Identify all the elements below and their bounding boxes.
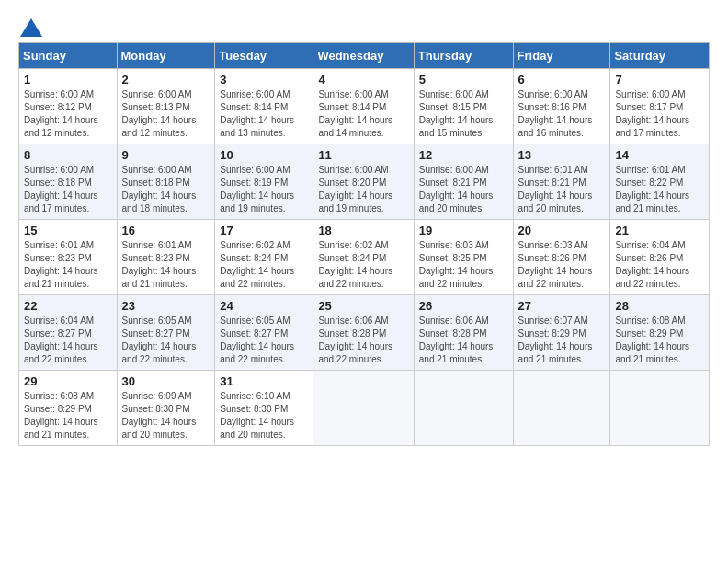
calendar-cell: 22Sunrise: 6:04 AM Sunset: 8:27 PM Dayli… — [19, 295, 118, 371]
day-number: 27 — [518, 299, 606, 313]
day-number: 14 — [615, 148, 704, 162]
day-number: 28 — [615, 299, 704, 313]
calendar-cell — [513, 371, 610, 446]
calendar-cell: 15Sunrise: 6:01 AM Sunset: 8:23 PM Dayli… — [19, 220, 118, 295]
calendar-table: SundayMondayTuesdayWednesdayThursdayFrid… — [18, 42, 710, 446]
weekday-header-thursday: Thursday — [414, 43, 513, 69]
day-info: Sunrise: 6:00 AM Sunset: 8:14 PM Dayligh… — [220, 88, 308, 140]
calendar-cell: 4Sunrise: 6:00 AM Sunset: 8:14 PM Daylig… — [313, 69, 414, 144]
calendar-week-2: 8Sunrise: 6:00 AM Sunset: 8:18 PM Daylig… — [19, 144, 710, 220]
day-number: 3 — [220, 73, 308, 86]
day-number: 1 — [24, 73, 112, 86]
day-info: Sunrise: 6:02 AM Sunset: 8:24 PM Dayligh… — [220, 239, 308, 291]
weekday-header-tuesday: Tuesday — [215, 43, 313, 69]
calendar-cell: 21Sunrise: 6:04 AM Sunset: 8:26 PM Dayli… — [610, 220, 710, 295]
calendar-cell: 10Sunrise: 6:00 AM Sunset: 8:19 PM Dayli… — [215, 144, 313, 220]
calendar-cell: 5Sunrise: 6:00 AM Sunset: 8:15 PM Daylig… — [414, 69, 513, 144]
calendar-cell: 7Sunrise: 6:00 AM Sunset: 8:17 PM Daylig… — [610, 69, 710, 144]
calendar-week-3: 15Sunrise: 6:01 AM Sunset: 8:23 PM Dayli… — [19, 220, 710, 295]
day-number: 19 — [419, 224, 508, 237]
day-info: Sunrise: 6:03 AM Sunset: 8:25 PM Dayligh… — [419, 239, 508, 291]
calendar-cell: 17Sunrise: 6:02 AM Sunset: 8:24 PM Dayli… — [215, 220, 313, 295]
calendar-cell: 26Sunrise: 6:06 AM Sunset: 8:28 PM Dayli… — [414, 295, 513, 371]
logo-icon — [20, 18, 42, 37]
calendar-cell: 20Sunrise: 6:03 AM Sunset: 8:26 PM Dayli… — [513, 220, 610, 295]
calendar-cell: 13Sunrise: 6:01 AM Sunset: 8:21 PM Dayli… — [513, 144, 610, 220]
day-info: Sunrise: 6:00 AM Sunset: 8:12 PM Dayligh… — [24, 88, 112, 140]
day-number: 16 — [122, 224, 210, 237]
calendar-cell: 1Sunrise: 6:00 AM Sunset: 8:12 PM Daylig… — [19, 69, 118, 144]
page-header — [18, 18, 710, 33]
day-info: Sunrise: 6:00 AM Sunset: 8:20 PM Dayligh… — [318, 164, 408, 215]
calendar-cell: 8Sunrise: 6:00 AM Sunset: 8:18 PM Daylig… — [19, 144, 118, 220]
calendar-cell: 9Sunrise: 6:00 AM Sunset: 8:18 PM Daylig… — [117, 144, 215, 220]
weekday-header-friday: Friday — [513, 43, 610, 69]
day-number: 31 — [220, 374, 308, 388]
day-info: Sunrise: 6:08 AM Sunset: 8:29 PM Dayligh… — [24, 390, 112, 442]
day-number: 12 — [419, 148, 508, 162]
day-number: 29 — [24, 374, 112, 388]
day-number: 4 — [318, 73, 408, 86]
day-number: 20 — [518, 224, 606, 237]
day-number: 5 — [419, 73, 508, 86]
day-number: 13 — [518, 148, 606, 162]
day-info: Sunrise: 6:01 AM Sunset: 8:23 PM Dayligh… — [122, 239, 210, 291]
day-info: Sunrise: 6:06 AM Sunset: 8:28 PM Dayligh… — [419, 315, 508, 366]
calendar-cell: 14Sunrise: 6:01 AM Sunset: 8:22 PM Dayli… — [610, 144, 710, 220]
day-number: 24 — [220, 299, 308, 313]
day-info: Sunrise: 6:01 AM Sunset: 8:22 PM Dayligh… — [615, 164, 704, 215]
calendar-cell: 31Sunrise: 6:10 AM Sunset: 8:30 PM Dayli… — [215, 371, 313, 446]
day-info: Sunrise: 6:08 AM Sunset: 8:29 PM Dayligh… — [615, 315, 704, 366]
calendar-week-4: 22Sunrise: 6:04 AM Sunset: 8:27 PM Dayli… — [19, 295, 710, 371]
calendar-cell: 16Sunrise: 6:01 AM Sunset: 8:23 PM Dayli… — [117, 220, 215, 295]
day-number: 6 — [518, 73, 606, 86]
day-info: Sunrise: 6:00 AM Sunset: 8:13 PM Dayligh… — [122, 88, 210, 140]
logo — [18, 18, 42, 33]
calendar-cell: 6Sunrise: 6:00 AM Sunset: 8:16 PM Daylig… — [513, 69, 610, 144]
calendar-cell: 24Sunrise: 6:05 AM Sunset: 8:27 PM Dayli… — [215, 295, 313, 371]
day-number: 22 — [24, 299, 112, 313]
day-info: Sunrise: 6:06 AM Sunset: 8:28 PM Dayligh… — [318, 315, 408, 366]
calendar-cell: 27Sunrise: 6:07 AM Sunset: 8:29 PM Dayli… — [513, 295, 610, 371]
day-info: Sunrise: 6:00 AM Sunset: 8:14 PM Dayligh… — [318, 88, 408, 140]
day-info: Sunrise: 6:04 AM Sunset: 8:26 PM Dayligh… — [615, 239, 704, 291]
calendar-cell: 19Sunrise: 6:03 AM Sunset: 8:25 PM Dayli… — [414, 220, 513, 295]
day-info: Sunrise: 6:10 AM Sunset: 8:30 PM Dayligh… — [220, 390, 308, 442]
calendar-cell: 2Sunrise: 6:00 AM Sunset: 8:13 PM Daylig… — [117, 69, 215, 144]
weekday-header-row: SundayMondayTuesdayWednesdayThursdayFrid… — [19, 43, 710, 69]
day-info: Sunrise: 6:00 AM Sunset: 8:16 PM Dayligh… — [518, 88, 606, 140]
calendar-cell: 18Sunrise: 6:02 AM Sunset: 8:24 PM Dayli… — [313, 220, 414, 295]
day-info: Sunrise: 6:05 AM Sunset: 8:27 PM Dayligh… — [122, 315, 210, 366]
day-number: 30 — [122, 374, 210, 388]
calendar-cell: 23Sunrise: 6:05 AM Sunset: 8:27 PM Dayli… — [117, 295, 215, 371]
day-number: 25 — [318, 299, 408, 313]
day-info: Sunrise: 6:01 AM Sunset: 8:21 PM Dayligh… — [518, 164, 606, 215]
calendar-cell: 29Sunrise: 6:08 AM Sunset: 8:29 PM Dayli… — [19, 371, 118, 446]
day-info: Sunrise: 6:05 AM Sunset: 8:27 PM Dayligh… — [220, 315, 308, 366]
day-info: Sunrise: 6:03 AM Sunset: 8:26 PM Dayligh… — [518, 239, 606, 291]
day-number: 9 — [122, 148, 210, 162]
day-number: 10 — [220, 148, 308, 162]
day-info: Sunrise: 6:01 AM Sunset: 8:23 PM Dayligh… — [24, 239, 112, 291]
weekday-header-monday: Monday — [117, 43, 215, 69]
calendar-cell: 12Sunrise: 6:00 AM Sunset: 8:21 PM Dayli… — [414, 144, 513, 220]
day-number: 11 — [318, 148, 408, 162]
calendar-cell: 28Sunrise: 6:08 AM Sunset: 8:29 PM Dayli… — [610, 295, 710, 371]
day-info: Sunrise: 6:09 AM Sunset: 8:30 PM Dayligh… — [122, 390, 210, 442]
day-number: 2 — [122, 73, 210, 86]
day-number: 15 — [24, 224, 112, 237]
calendar-cell: 30Sunrise: 6:09 AM Sunset: 8:30 PM Dayli… — [117, 371, 215, 446]
day-number: 26 — [419, 299, 508, 313]
calendar-cell — [313, 371, 414, 446]
day-number: 21 — [615, 224, 704, 237]
day-info: Sunrise: 6:00 AM Sunset: 8:19 PM Dayligh… — [220, 164, 308, 215]
day-info: Sunrise: 6:00 AM Sunset: 8:15 PM Dayligh… — [419, 88, 508, 140]
day-info: Sunrise: 6:00 AM Sunset: 8:18 PM Dayligh… — [24, 164, 112, 215]
svg-marker-0 — [20, 18, 42, 37]
day-number: 23 — [122, 299, 210, 313]
day-number: 18 — [318, 224, 408, 237]
day-info: Sunrise: 6:02 AM Sunset: 8:24 PM Dayligh… — [318, 239, 408, 291]
day-number: 17 — [220, 224, 308, 237]
calendar-cell: 3Sunrise: 6:00 AM Sunset: 8:14 PM Daylig… — [215, 69, 313, 144]
weekday-header-saturday: Saturday — [610, 43, 710, 69]
